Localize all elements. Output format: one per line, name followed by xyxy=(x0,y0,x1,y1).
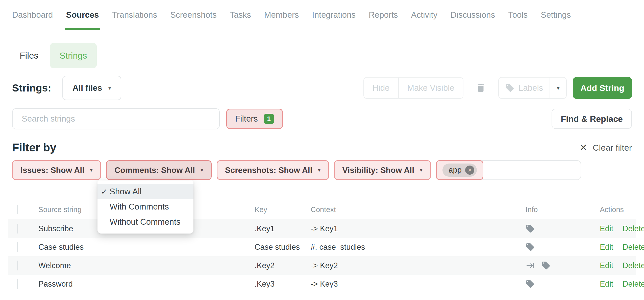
edit-link[interactable]: Edit xyxy=(600,243,613,251)
edit-link[interactable]: Edit xyxy=(600,224,613,233)
row-checkbox[interactable] xyxy=(17,224,18,234)
cell-context: -> Key3 xyxy=(311,280,524,289)
nav-reports[interactable]: Reports xyxy=(369,0,398,30)
file-filter-value: All files xyxy=(72,83,102,93)
edit-link[interactable]: Edit xyxy=(600,261,613,270)
delete-link[interactable]: Delete xyxy=(623,224,644,233)
tag-icon xyxy=(526,279,535,289)
nav-dashboard[interactable]: Dashboard xyxy=(12,0,53,30)
labels-button-label: Labels xyxy=(518,83,543,93)
cell-context: -> Key2 xyxy=(311,261,524,270)
cell-source-string: Case studies xyxy=(38,243,255,252)
labels-dropdown-toggle[interactable]: ▾ xyxy=(550,78,566,98)
filter-pill-visibility-label: Visibility: Show All xyxy=(342,166,414,175)
filter-pills-row: Issues: Show All ▾ Comments: Show All ▾ … xyxy=(0,160,644,180)
toolbar-actions: Hide Make Visible Labels ▾ Add String xyxy=(363,77,632,99)
filters-button[interactable]: Filters 1 xyxy=(226,109,283,129)
label-chip-app[interactable]: app ✕ xyxy=(442,164,477,177)
chevron-down-icon: ▾ xyxy=(201,167,203,173)
nav-discussions[interactable]: Discussions xyxy=(451,0,495,30)
column-header-key: Key xyxy=(255,205,311,214)
nav-members[interactable]: Members xyxy=(264,0,299,30)
filter-pill-issues[interactable]: Issues: Show All ▾ xyxy=(12,160,101,180)
dropdown-item-without-comments[interactable]: Without Comments xyxy=(97,214,193,229)
column-header-info: Info xyxy=(524,205,600,214)
nav-sources[interactable]: Sources xyxy=(66,0,99,30)
dropdown-item-label: Show All xyxy=(110,187,142,196)
search-row: Filters 1 Find & Replace xyxy=(0,108,644,129)
dropdown-item-label: Without Comments xyxy=(110,217,181,227)
tag-icon xyxy=(526,242,535,252)
delete-link[interactable]: Delete xyxy=(623,243,644,251)
tab-files[interactable]: Files xyxy=(20,51,38,61)
nav-activity[interactable]: Activity xyxy=(411,0,438,30)
make-visible-button[interactable]: Make Visible xyxy=(398,78,463,98)
filter-pill-comments-label: Comments: Show All xyxy=(114,166,195,175)
cell-info xyxy=(524,279,600,289)
delete-link[interactable]: Delete xyxy=(623,280,644,288)
chevron-down-icon: ▾ xyxy=(557,84,560,91)
filters-button-label: Filters xyxy=(235,114,258,124)
file-filter-dropdown[interactable]: All files ▾ xyxy=(62,76,121,100)
filter-pill-screenshots-label: Screenshots: Show All xyxy=(225,166,312,175)
nav-screenshots[interactable]: Screenshots xyxy=(170,0,216,30)
clear-filter-label: Clear filter xyxy=(593,143,632,153)
cell-source-string: Password xyxy=(38,280,255,289)
cell-context: #. case_studies xyxy=(311,243,524,252)
trash-icon xyxy=(476,82,486,94)
search-input[interactable] xyxy=(12,108,220,129)
column-header-context: Context xyxy=(311,205,524,214)
cell-source-string: Welcome xyxy=(38,261,255,270)
nav-translations[interactable]: Translations xyxy=(112,0,157,30)
table-row: Password .Key3 -> Key3 Edit Delete xyxy=(8,275,636,293)
dropdown-item-show-all[interactable]: ✓ Show All xyxy=(97,184,193,199)
chevron-down-icon: ▾ xyxy=(420,167,423,173)
cell-info xyxy=(524,260,600,271)
row-checkbox[interactable] xyxy=(17,279,18,289)
tab-strings[interactable]: Strings xyxy=(50,43,97,68)
source-view-tabs: Files Strings xyxy=(0,43,644,68)
nav-tools[interactable]: Tools xyxy=(508,0,528,30)
label-chip-text: app xyxy=(449,166,462,175)
labels-button[interactable]: Labels xyxy=(499,78,550,98)
close-circle-icon[interactable]: ✕ xyxy=(465,166,474,175)
tag-icon xyxy=(526,224,535,233)
chevron-down-icon: ▾ xyxy=(90,167,93,173)
filters-count-badge: 1 xyxy=(264,114,274,124)
add-string-button[interactable]: Add String xyxy=(573,77,632,99)
visibility-button-group: Hide Make Visible xyxy=(363,77,463,99)
cell-key: Case studies xyxy=(255,243,311,252)
filter-pill-comments[interactable]: Comments: Show All ▾ xyxy=(106,160,212,180)
row-checkbox[interactable] xyxy=(17,261,18,270)
nav-settings[interactable]: Settings xyxy=(541,0,571,30)
filter-by-row: Filter by ✕ Clear filter xyxy=(0,141,644,155)
page-title: Strings: xyxy=(12,82,51,94)
clear-filter-button[interactable]: ✕ Clear filter xyxy=(580,142,632,153)
nav-tasks[interactable]: Tasks xyxy=(230,0,251,30)
hide-button[interactable]: Hide xyxy=(364,78,398,98)
labels-filter-field[interactable]: app ✕ xyxy=(436,160,581,180)
cell-key: .Key3 xyxy=(255,280,311,289)
find-replace-button[interactable]: Find & Replace xyxy=(552,109,632,129)
arrow-to-bar-icon xyxy=(526,260,536,271)
cell-key: .Key2 xyxy=(255,261,311,270)
select-all-checkbox[interactable] xyxy=(17,205,18,214)
delete-link[interactable]: Delete xyxy=(623,261,644,270)
chevron-down-icon: ▾ xyxy=(108,84,111,91)
comments-filter-dropdown: ✓ Show All With Comments Without Comment… xyxy=(97,180,193,234)
row-checkbox[interactable] xyxy=(17,242,18,252)
labels-split-button: Labels ▾ xyxy=(498,77,567,99)
column-header-actions: Actions xyxy=(600,205,636,214)
edit-link[interactable]: Edit xyxy=(600,280,613,288)
delete-strings-button[interactable] xyxy=(476,82,486,94)
chevron-down-icon: ▾ xyxy=(318,167,321,173)
tag-icon xyxy=(505,83,514,93)
table-row: Welcome .Key2 -> Key2 Edit Delete xyxy=(8,256,636,275)
filter-pill-visibility[interactable]: Visibility: Show All ▾ xyxy=(334,160,431,180)
dropdown-item-with-comments[interactable]: With Comments xyxy=(97,199,193,214)
filter-pill-screenshots[interactable]: Screenshots: Show All ▾ xyxy=(217,160,329,180)
nav-integrations[interactable]: Integrations xyxy=(312,0,356,30)
cell-context: -> Key1 xyxy=(311,224,524,233)
cell-info xyxy=(524,242,600,252)
cell-info xyxy=(524,224,600,233)
